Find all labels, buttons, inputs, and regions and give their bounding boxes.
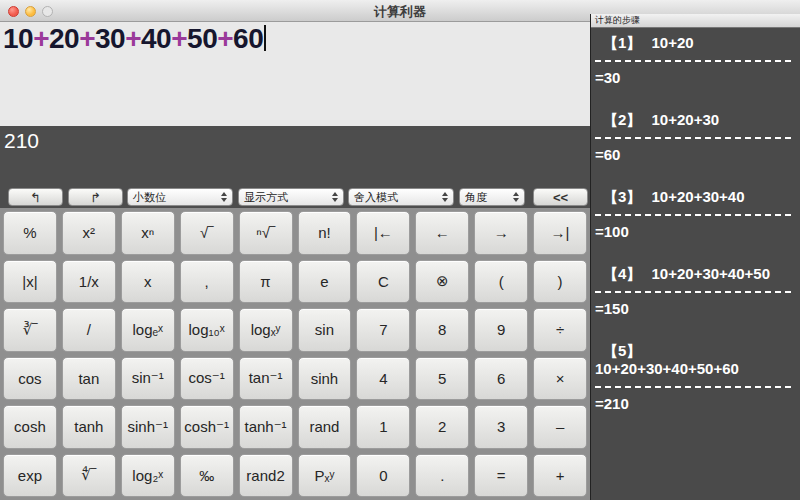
keypad-button[interactable]: sinh (298, 357, 352, 401)
keypad-button[interactable]: ) (533, 260, 587, 304)
keypad-button[interactable]: cos (3, 357, 57, 401)
keypad-button[interactable]: 8 (415, 308, 469, 352)
keypad-button[interactable]: C (356, 260, 410, 304)
keypad-button[interactable]: xⁿ (121, 211, 175, 255)
keypad-button[interactable]: √‾ (180, 211, 234, 255)
step-result: =30 (595, 69, 794, 87)
expression-number: 20 (49, 23, 79, 54)
keypad-button[interactable]: ∛‾ (3, 308, 57, 352)
step-index: 【5】 (603, 342, 641, 359)
keypad-button[interactable]: rand (298, 405, 352, 449)
undo-icon: ↰ (30, 190, 41, 205)
keypad-button[interactable]: , (180, 260, 234, 304)
keypad-button[interactable]: ⊗ (415, 260, 469, 304)
keypad-button[interactable]: tanh⁻¹ (239, 405, 293, 449)
popup-stepper-icon (221, 192, 227, 202)
keypad-button[interactable]: rand2 (239, 454, 293, 498)
keypad-button[interactable]: sin (298, 308, 352, 352)
keypad-button[interactable]: logₓʸ (239, 308, 293, 352)
keypad-button[interactable]: / (62, 308, 116, 352)
step-index: 【1】 (603, 34, 641, 51)
keypad-button[interactable]: 6 (474, 357, 528, 401)
decimal-places-popup[interactable]: 小数位 (127, 188, 233, 206)
angle-unit-popup[interactable]: 角度 (459, 188, 525, 206)
keypad-button[interactable]: tan⁻¹ (239, 357, 293, 401)
keypad-button[interactable]: n! (298, 211, 352, 255)
keypad-button[interactable]: log₂ˣ (121, 454, 175, 498)
keypad-button[interactable]: x (121, 260, 175, 304)
step-result: =210 (595, 395, 794, 413)
keypad-button[interactable]: × (533, 357, 587, 401)
keypad: %x²xⁿ√‾ⁿ√‾n!|←←→→||x|1/xx,πeC⊗()∛‾/logₑˣ… (0, 208, 590, 500)
expression-operator: + (217, 23, 233, 54)
keypad-button[interactable]: x² (62, 211, 116, 255)
keypad-button[interactable]: 0 (356, 454, 410, 498)
keypad-button[interactable]: π (239, 260, 293, 304)
keypad-button[interactable]: cos⁻¹ (180, 357, 234, 401)
step-expression-text: 10+20 (652, 34, 694, 51)
keypad-button[interactable]: sin⁻¹ (121, 357, 175, 401)
redo-button[interactable]: ↱ (68, 188, 123, 206)
keypad-button[interactable]: cosh⁻¹ (180, 405, 234, 449)
keypad-button[interactable]: ÷ (533, 308, 587, 352)
keypad-button[interactable]: 7 (356, 308, 410, 352)
keypad-button[interactable]: → (474, 211, 528, 255)
keypad-button[interactable]: 2 (415, 405, 469, 449)
collapse-drawer-button[interactable]: << (533, 188, 588, 206)
keypad-button[interactable]: = (474, 454, 528, 498)
expression-area[interactable]: 10+20+30+40+50+60 (0, 22, 590, 126)
step-item: 【2】 10+20+30=60 (595, 111, 794, 164)
keypad-button[interactable]: ( (474, 260, 528, 304)
keypad-button[interactable]: logₑˣ (121, 308, 175, 352)
expression-number: 10 (3, 23, 33, 54)
step-separator (595, 137, 791, 139)
keypad-button[interactable]: |← (356, 211, 410, 255)
keypad-button[interactable]: exp (3, 454, 57, 498)
steps-list: 【1】 10+20=30【2】 10+20+30=60【3】 10+20+30+… (591, 28, 800, 413)
keypad-button[interactable]: tan (62, 357, 116, 401)
keypad-button[interactable]: – (533, 405, 587, 449)
step-expression: 【1】 10+20 (595, 34, 794, 52)
step-separator (595, 291, 791, 293)
popup-stepper-icon (332, 192, 338, 202)
step-expression: 【2】 10+20+30 (595, 111, 794, 129)
expression-number: 60 (233, 23, 263, 54)
keypad-button[interactable]: ⁿ√‾ (239, 211, 293, 255)
step-index: 【3】 (603, 188, 641, 205)
keypad-button[interactable]: ‰ (180, 454, 234, 498)
step-result: =60 (595, 146, 794, 164)
step-separator (595, 214, 791, 216)
step-separator (595, 386, 791, 388)
keypad-button[interactable]: 5 (415, 357, 469, 401)
keypad-button[interactable]: e (298, 260, 352, 304)
keypad-button[interactable]: + (533, 454, 587, 498)
keypad-button[interactable]: 3 (474, 405, 528, 449)
keypad-button[interactable]: ∜‾ (62, 454, 116, 498)
display-mode-popup[interactable]: 显示方式 (238, 188, 344, 206)
keypad-button[interactable]: cosh (3, 405, 57, 449)
step-expression: 【4】 10+20+30+40+50 (595, 265, 794, 283)
rounding-mode-popup[interactable]: 舍入模式 (348, 188, 454, 206)
keypad-button[interactable]: 4 (356, 357, 410, 401)
expression-operator: + (171, 23, 187, 54)
step-item: 【1】 10+20=30 (595, 34, 794, 87)
keypad-button[interactable]: →| (533, 211, 587, 255)
undo-button[interactable]: ↰ (8, 188, 63, 206)
keypad-button[interactable]: log₁₀ˣ (180, 308, 234, 352)
keypad-button[interactable]: % (3, 211, 57, 255)
keypad-button[interactable]: sinh⁻¹ (121, 405, 175, 449)
keypad-button[interactable]: |x| (3, 260, 57, 304)
keypad-button[interactable]: 1 (356, 405, 410, 449)
keypad-button[interactable]: . (415, 454, 469, 498)
step-separator (595, 60, 791, 62)
keypad-button[interactable]: Pₓʸ (298, 454, 352, 498)
step-result: =150 (595, 300, 794, 318)
keypad-button[interactable]: ← (415, 211, 469, 255)
steps-panel-title: 计算的步骤 (591, 14, 800, 28)
keypad-button[interactable]: 1/x (62, 260, 116, 304)
popup-label: 舍入模式 (354, 190, 438, 205)
keypad-button[interactable]: 9 (474, 308, 528, 352)
keypad-button[interactable]: tanh (62, 405, 116, 449)
step-result: =100 (595, 223, 794, 241)
step-expression-text: 10+20+30+40 (652, 188, 745, 205)
